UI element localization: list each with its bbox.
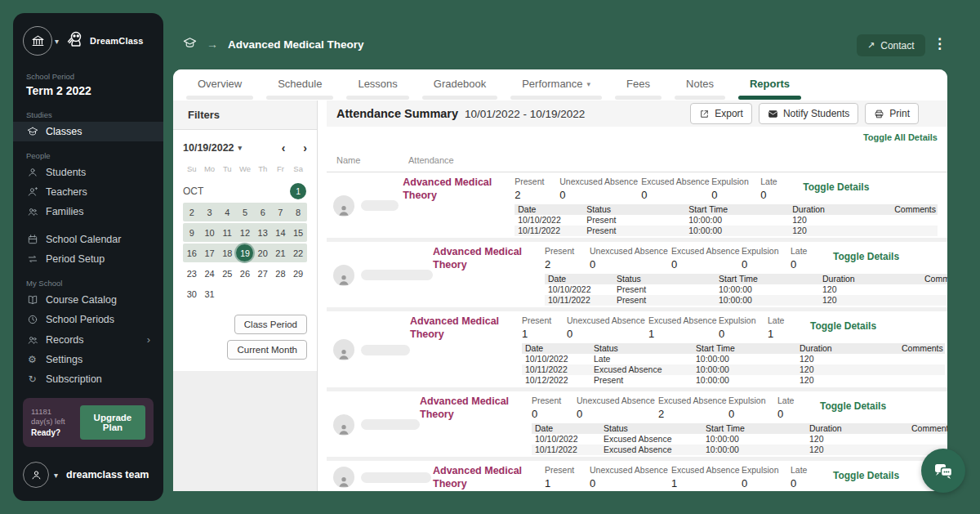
sidebar-item-subscription[interactable]: ↻ Subscription: [13, 369, 163, 389]
calendar-prev-button[interactable]: ‹: [282, 141, 286, 154]
upgrade-plan-button[interactable]: Upgrade Plan: [80, 405, 145, 440]
calendar-day-20[interactable]: 20: [254, 244, 272, 262]
calendar-day-8[interactable]: 8: [289, 203, 307, 221]
chevron-down-icon: ▾: [55, 37, 59, 46]
calendar-day-4[interactable]: 4: [218, 203, 236, 221]
calendar-day-26[interactable]: 26: [236, 264, 254, 283]
calendar-day-19[interactable]: 19: [236, 244, 254, 262]
app-logo: DreamClass: [65, 29, 144, 52]
toggle-details-link[interactable]: Toggle Details: [833, 465, 899, 481]
contact-button[interactable]: ↗ Contact: [857, 34, 925, 56]
date-picker-value[interactable]: 10/19/2022: [183, 142, 234, 154]
calendar-day-25[interactable]: 25: [218, 264, 236, 283]
calendar-day-6[interactable]: 6: [254, 203, 272, 221]
tab-performance[interactable]: Performance▾: [522, 78, 590, 100]
calendar-day-12[interactable]: 12: [236, 223, 254, 242]
tab-lessons[interactable]: Lessons: [358, 78, 397, 100]
toggle-details-link[interactable]: Toggle Details: [820, 396, 886, 412]
calendar-day-23[interactable]: 23: [183, 264, 201, 283]
sidebar-item-label: Period Setup: [46, 253, 105, 265]
tab-schedule[interactable]: Schedule: [278, 78, 322, 100]
stat-present: Present2: [514, 177, 559, 201]
stat-excused-absence: Excused Absence0: [671, 246, 742, 270]
sidebar-item-families[interactable]: Families: [13, 202, 163, 221]
stat-value: 0: [719, 328, 768, 340]
calendar-day-5[interactable]: 5: [236, 203, 254, 221]
studies-group-label: Studies: [13, 101, 163, 122]
calendar-week: 9101112131415: [183, 223, 307, 242]
stat-value: 0: [590, 477, 671, 489]
class-name-link[interactable]: Advanced Medical Theory: [420, 396, 532, 421]
envelope-icon: [768, 109, 778, 119]
people-icon: [26, 206, 38, 217]
sidebar-item-settings[interactable]: ⚙ Settings: [13, 350, 163, 369]
calendar-day-15[interactable]: 15: [289, 223, 307, 242]
stat-late: Late1: [768, 315, 800, 340]
sidebar-item-records[interactable]: Records ›: [13, 329, 163, 350]
detail-header-row: DateStatusStart TimeDurationComments: [522, 343, 945, 354]
student-avatar: [333, 265, 354, 286]
calendar-day-18[interactable]: 18: [218, 244, 236, 262]
calendar-day-empty: [218, 284, 236, 303]
calendar-day-13[interactable]: 13: [254, 223, 272, 242]
calendar-day-1[interactable]: 1: [289, 183, 307, 199]
calendar-day-11[interactable]: 11: [218, 223, 236, 242]
calendar-day-31[interactable]: 31: [201, 284, 219, 303]
calendar-day-17[interactable]: 17: [201, 244, 219, 262]
calendar-day-2[interactable]: 2: [183, 203, 201, 221]
calendar-day-9[interactable]: 9: [183, 223, 201, 242]
stat-excused-absence: Excused Absence0: [641, 177, 711, 201]
tab-bar: Overview Schedule Lessons Gradebook Perf…: [173, 69, 947, 101]
calendar-day-28[interactable]: 28: [272, 264, 290, 283]
calendar-day-14[interactable]: 14: [272, 223, 290, 242]
class-name-link[interactable]: Advanced Medical Theory: [433, 246, 545, 271]
user-menu[interactable]: ▾ dreamclass team: [13, 454, 163, 501]
chat-fab-button[interactable]: [921, 449, 965, 493]
class-name-link[interactable]: Advanced Medical Theory: [433, 465, 545, 490]
tab-gradebook[interactable]: Gradebook: [434, 78, 486, 100]
calendar-day-10[interactable]: 10: [201, 223, 219, 242]
notify-students-button[interactable]: Notify Students: [759, 103, 858, 124]
class-period-button[interactable]: Class Period: [234, 315, 307, 334]
kebab-menu-icon[interactable]: ⋮: [933, 35, 947, 52]
stat-value: 1: [768, 328, 800, 340]
toggle-all-details-link[interactable]: Toggle All Details: [863, 132, 938, 142]
tab-fees[interactable]: Fees: [626, 78, 650, 100]
calendar-day-3[interactable]: 3: [201, 203, 219, 221]
calendar-day-16[interactable]: 16: [183, 244, 201, 262]
calendar-day-22[interactable]: 22: [289, 244, 307, 262]
organization-switcher[interactable]: ▾: [23, 26, 59, 56]
calendar-weekday-header: Su Mo Tu We Th Fr Sa: [183, 164, 307, 173]
print-button[interactable]: Print: [865, 103, 919, 124]
calendar-day-empty: [236, 284, 254, 303]
filters-panel: Filters 10/19/2022 ▾ ‹ › Su Mo Tu We Th: [173, 101, 317, 491]
class-name-link[interactable]: Advanced Medical Theory: [403, 177, 514, 202]
student-list: Advanced Medical TheoryPresent2Unexcused…: [327, 172, 947, 491]
calendar-day-29[interactable]: 29: [289, 264, 307, 283]
sidebar-item-teachers[interactable]: Teachers: [13, 182, 163, 202]
tab-overview[interactable]: Overview: [198, 78, 242, 100]
sidebar-item-students[interactable]: Students: [13, 163, 163, 182]
tab-notes[interactable]: Notes: [686, 78, 714, 100]
sidebar-item-school-periods[interactable]: School Periods: [13, 310, 163, 329]
stat-value: 0: [742, 477, 791, 489]
stat-value: 0: [760, 189, 793, 201]
calendar-day-27[interactable]: 27: [254, 264, 272, 283]
sidebar-item-period-setup[interactable]: Period Setup: [13, 249, 163, 269]
toggle-details-link[interactable]: Toggle Details: [810, 315, 876, 332]
tab-reports[interactable]: Reports: [750, 78, 790, 100]
sidebar-item-classes[interactable]: Classes: [13, 122, 163, 141]
calendar-day-21[interactable]: 21: [272, 244, 290, 262]
export-button[interactable]: Export: [690, 103, 752, 124]
scrollbar-gutter[interactable]: [317, 101, 327, 491]
sidebar-item-course-catalog[interactable]: Course Catalog: [13, 290, 163, 310]
class-name-link[interactable]: Advanced Medical Theory: [410, 315, 522, 341]
calendar-day-24[interactable]: 24: [201, 264, 219, 283]
calendar-day-30[interactable]: 30: [183, 284, 201, 303]
calendar-day-7[interactable]: 7: [272, 203, 290, 221]
current-month-button[interactable]: Current Month: [227, 340, 307, 360]
sidebar-item-school-calendar[interactable]: School Calendar: [13, 230, 163, 249]
calendar-next-button[interactable]: ›: [303, 141, 307, 154]
toggle-details-link[interactable]: Toggle Details: [833, 246, 899, 262]
toggle-details-link[interactable]: Toggle Details: [803, 177, 869, 193]
